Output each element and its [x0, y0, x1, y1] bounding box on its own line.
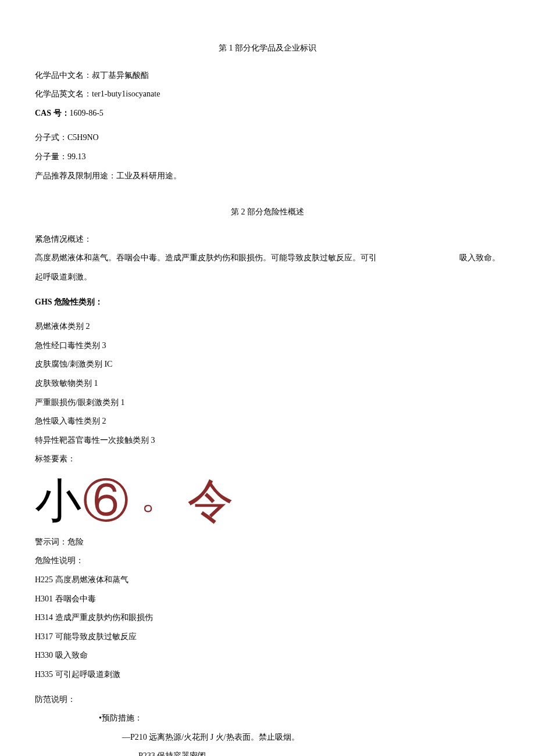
prevention-item: ——P233 保持容器密闭。: [35, 748, 500, 756]
ghs-class-item: 易燃液体类别 2: [35, 319, 500, 335]
pictogram-icon: 令: [187, 475, 235, 526]
value-formula: C5H9NO: [67, 133, 99, 142]
hazard-statement-item: H330 吸入致命: [35, 648, 500, 664]
prevention-header: •预防措施：: [35, 711, 500, 726]
pictogram-icon: 小: [35, 475, 83, 526]
emergency-overview-label: 紧急情况概述：: [35, 232, 500, 248]
signal-value: 危险: [67, 538, 84, 546]
emergency-right-fragment: 吸入致命。: [459, 250, 500, 266]
signal-word: 警示词：危险: [35, 535, 500, 550]
ghs-class-item: 急性经口毒性类别 3: [35, 338, 500, 354]
cas-number: CAS 号：1609-86-5: [35, 106, 500, 121]
ghs-category-label: GHS 危险性类别：: [35, 295, 500, 310]
signal-label: 警示词：: [35, 538, 67, 546]
hazard-statement-item: H335 可引起呼吸道刺激: [35, 667, 500, 683]
hazard-statement-item: H317 可能导致皮肤过敏反应: [35, 629, 500, 645]
hazard-statement-item: H225 高度易燃液体和蒸气: [35, 572, 500, 588]
value-use: 工业及科研用途。: [116, 171, 181, 180]
ghs-class-list: 易燃液体类别 2急性经口毒性类别 3皮肤腐蚀/刺激类别 IC皮肤致敏物类别 1严…: [35, 319, 500, 448]
hazard-pictograms: 小⑥。令: [35, 478, 500, 524]
ghs-class-item: 特异性靶器官毒性一次接触类别 3: [35, 433, 500, 449]
prevention-list: —P210 远离热源/火花刑 J 火/热表面。禁止吸烟。——P233 保持容器密…: [35, 730, 500, 756]
hazard-statements-label: 危险性说明：: [35, 553, 500, 569]
pictogram-icon: 。: [141, 479, 177, 514]
section-1-title: 第 1 部分化学品及企业标识: [35, 41, 500, 56]
molecular-formula: 分子式：C5H9NO: [35, 130, 500, 146]
ghs-class-item: 严重眼损伤/眼刺激类别 1: [35, 395, 500, 411]
value-name-en: ter1-buty1isocyanate: [92, 89, 160, 98]
label-name-cn: 化学品中文名：: [35, 71, 92, 80]
label-formula: 分子式：: [35, 133, 67, 142]
section-2-title: 第 2 部分危险性概述: [35, 205, 500, 220]
emergency-left-fragment: 高度易燃液体和蒸气。吞咽会中毒。造成严重皮肤灼伤和眼损伤。可能导致皮肤过敏反应。…: [35, 253, 377, 262]
emergency-overview-line2: 起呼吸道刺激。: [35, 270, 500, 285]
emergency-overview-text: 吸入致命。 高度易燃液体和蒸气。吞咽会中毒。造成严重皮肤灼伤和眼损伤。可能导致皮…: [35, 250, 500, 266]
value-mw: 99.13: [67, 152, 86, 161]
label-mw: 分子量：: [35, 152, 67, 161]
chemical-name-cn: 化学品中文名：叔丁基异氟酸酯: [35, 68, 500, 84]
value-cas: 1609-86-5: [70, 109, 104, 117]
label-elements: 标签要素：: [35, 452, 500, 467]
recommended-use: 产品推荐及限制用途：工业及科研用途。: [35, 169, 500, 184]
label-name-en: 化学品英文名：: [35, 89, 92, 98]
chemical-name-en: 化学品英文名：ter1-buty1isocyanate: [35, 87, 500, 102]
molecular-weight: 分子量：99.13: [35, 149, 500, 165]
ghs-class-item: 皮肤致敏物类别 1: [35, 376, 500, 392]
label-use: 产品推荐及限制用途：: [35, 171, 116, 180]
pictogram-icon: ⑥: [83, 475, 130, 526]
label-cas: CAS 号：: [35, 109, 70, 117]
ghs-class-item: 皮肤腐蚀/刺激类别 IC: [35, 357, 500, 372]
hazard-statements-list: H225 高度易燃液体和蒸气H301 吞咽会中毒H314 造成严重皮肤灼伤和眼损…: [35, 572, 500, 683]
value-name-cn: 叔丁基异氟酸酯: [92, 71, 149, 80]
ghs-class-item: 急性吸入毒性类别 2: [35, 414, 500, 429]
hazard-statement-item: H314 造成严重皮肤灼伤和眼损伤: [35, 610, 500, 626]
hazard-statement-item: H301 吞咽会中毒: [35, 592, 500, 607]
precaution-label: 防范说明：: [35, 692, 500, 708]
prevention-item: —P210 远离热源/火花刑 J 火/热表面。禁止吸烟。: [35, 730, 500, 746]
